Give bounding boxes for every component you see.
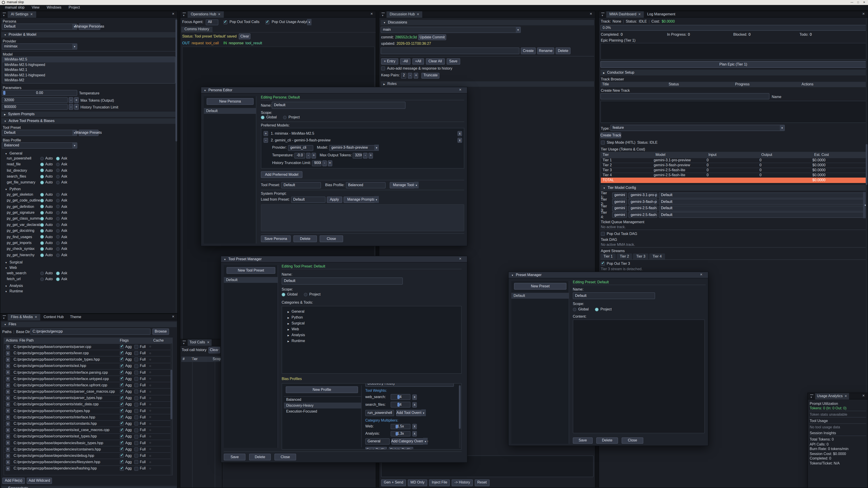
cache-indicator-icon[interactable]: ○ xyxy=(149,416,151,419)
ai-scrollbar[interactable] xyxy=(176,18,177,313)
pe-model-select[interactable]: gemini-3-flash-preview xyxy=(329,145,379,151)
bias-scrollbar[interactable] xyxy=(459,385,461,448)
full-checkbox[interactable] xyxy=(134,383,138,387)
cache-indicator-icon[interactable]: ○ xyxy=(149,377,151,381)
multiplier-slider[interactable]: 1.5x xyxy=(391,424,410,429)
persona-name-input[interactable]: Default xyxy=(272,102,405,109)
pe-hist-minus[interactable]: - xyxy=(322,160,327,166)
preset-content-input[interactable] xyxy=(573,320,705,433)
auto-radio[interactable] xyxy=(40,157,44,160)
minimize-icon[interactable]: — xyxy=(850,1,853,4)
tier-preset-select[interactable]: Default xyxy=(659,205,864,212)
tool-preset-list-item[interactable]: Default xyxy=(224,277,278,283)
track-type-select[interactable]: feature xyxy=(610,125,785,131)
group-surgical-header[interactable]: Surgical xyxy=(5,260,23,265)
tab-close-icon[interactable] xyxy=(218,11,221,18)
remove-multiplier-button[interactable]: x xyxy=(412,424,417,429)
remove-file-button[interactable]: x xyxy=(6,390,10,394)
ask-radio[interactable] xyxy=(56,217,60,221)
auto-radio[interactable] xyxy=(40,241,44,245)
remove-file-button[interactable]: x xyxy=(6,383,10,387)
temperature-slider[interactable]: 0.00 xyxy=(2,90,77,96)
autoadd-checkbox[interactable] xyxy=(381,66,385,70)
tier-model-select[interactable]: gemini-2.5-flash-lite xyxy=(628,212,657,218)
agg-checkbox[interactable] xyxy=(120,358,124,362)
delete-persona-button[interactable]: Delete xyxy=(293,235,317,242)
ask-radio[interactable] xyxy=(56,181,60,185)
remove-file-button[interactable]: x xyxy=(6,345,10,349)
agg-checkbox[interactable] xyxy=(120,390,124,394)
cache-indicator-icon[interactable]: ○ xyxy=(149,409,151,413)
delete-discussion-button[interactable]: Delete xyxy=(556,47,570,54)
menu-item[interactable]: View xyxy=(29,4,42,11)
agg-checkbox[interactable] xyxy=(120,409,124,413)
save-tool-preset-button[interactable]: Save xyxy=(224,454,246,460)
collapse-triangle-icon[interactable] xyxy=(511,273,514,276)
agg-checkbox[interactable] xyxy=(120,364,124,368)
weight-slider[interactable]: 4 xyxy=(391,402,410,408)
keep-pairs-input[interactable]: 2 xyxy=(401,72,407,78)
composer-button[interactable]: Inject File xyxy=(429,479,450,486)
model-option[interactable]: MiniMax-M2.5-highspeed xyxy=(2,62,175,67)
dock-icon[interactable] xyxy=(601,12,605,16)
truncate-button[interactable]: Truncate xyxy=(422,72,440,78)
basedir-input[interactable]: C:/projects/gencpp xyxy=(30,328,151,335)
pe-hist-plus[interactable]: + xyxy=(328,160,332,166)
remove-model-button[interactable]: x xyxy=(458,131,462,136)
tool-preset-select[interactable]: Default xyxy=(2,130,77,136)
conductor-setup-header[interactable]: Conductor Setup xyxy=(600,70,866,75)
auto-radio[interactable] xyxy=(40,163,44,166)
full-checkbox[interactable] xyxy=(134,428,138,432)
agg-checkbox[interactable] xyxy=(120,415,124,419)
full-checkbox[interactable] xyxy=(134,396,138,400)
panel-close-icon[interactable] xyxy=(587,12,595,16)
remove-file-button[interactable]: x xyxy=(6,441,10,445)
auto-radio[interactable] xyxy=(40,278,44,281)
tier-provider-select[interactable]: gemini xyxy=(612,212,627,218)
scope-global-radio[interactable] xyxy=(261,116,265,119)
stream-tier-tab[interactable]: Tier 4 xyxy=(649,254,665,259)
new-tool-preset-button[interactable]: New Tool Preset xyxy=(226,267,275,274)
add-wildcard-button[interactable]: Add Wildcard xyxy=(27,478,52,484)
remove-file-button[interactable]: x xyxy=(6,434,10,439)
category-item[interactable]: General xyxy=(282,308,461,315)
pe-tool-preset-select[interactable]: Default xyxy=(281,182,321,188)
stream-tier-tab[interactable]: Tier 2 xyxy=(617,254,632,259)
history-minus-button[interactable]: - xyxy=(69,104,73,110)
group-web-header[interactable]: Web xyxy=(5,266,17,270)
profile-list-item[interactable]: Execution-Focused xyxy=(284,409,361,414)
pe-max-out-plus[interactable]: + xyxy=(368,153,373,158)
ask-radio[interactable] xyxy=(56,175,60,178)
agg-checkbox[interactable] xyxy=(120,447,124,451)
preset-name-input[interactable]: Default xyxy=(573,292,655,299)
full-checkbox[interactable] xyxy=(134,409,138,413)
manage-personas-button[interactable]: Manage Personas xyxy=(79,24,100,30)
epic-planning-input[interactable] xyxy=(600,43,866,60)
category-override-select[interactable]: General xyxy=(365,438,390,445)
keep-pairs-plus-button[interactable]: + xyxy=(414,72,418,78)
create-discussion-button[interactable]: Create xyxy=(521,47,536,54)
auto-radio[interactable] xyxy=(40,271,44,275)
tab-context-hub[interactable]: Context Hub xyxy=(40,314,67,320)
save-persona-button[interactable]: Save Persona xyxy=(261,235,291,242)
pe-hist-input[interactable]: 900000 xyxy=(312,160,321,166)
cache-indicator-icon[interactable]: ○ xyxy=(149,351,151,355)
discussion-name-input[interactable] xyxy=(381,47,520,54)
remove-file-button[interactable]: x xyxy=(6,396,10,400)
system-prompt-input[interactable] xyxy=(261,204,464,231)
remove-weight-button[interactable]: x xyxy=(412,402,417,408)
history-entry-button[interactable]: Clear All xyxy=(426,58,445,64)
tier-preset-select[interactable]: Default xyxy=(659,199,864,205)
full-checkbox[interactable] xyxy=(134,402,138,407)
ask-radio[interactable] xyxy=(56,163,60,166)
collapse-triangle-icon[interactable] xyxy=(224,258,226,260)
cache-indicator-icon[interactable]: ○ xyxy=(149,390,151,394)
menu-item[interactable]: Project xyxy=(66,4,83,11)
composer-button[interactable]: MD Only xyxy=(408,479,427,486)
agg-checkbox[interactable] xyxy=(120,396,124,400)
cache-indicator-icon[interactable]: ○ xyxy=(149,358,151,362)
remove-file-button[interactable]: x xyxy=(6,357,10,362)
panel-close-icon[interactable] xyxy=(860,12,868,16)
ask-radio[interactable] xyxy=(56,253,60,257)
bias-profile-select[interactable]: Balanced xyxy=(2,142,77,149)
